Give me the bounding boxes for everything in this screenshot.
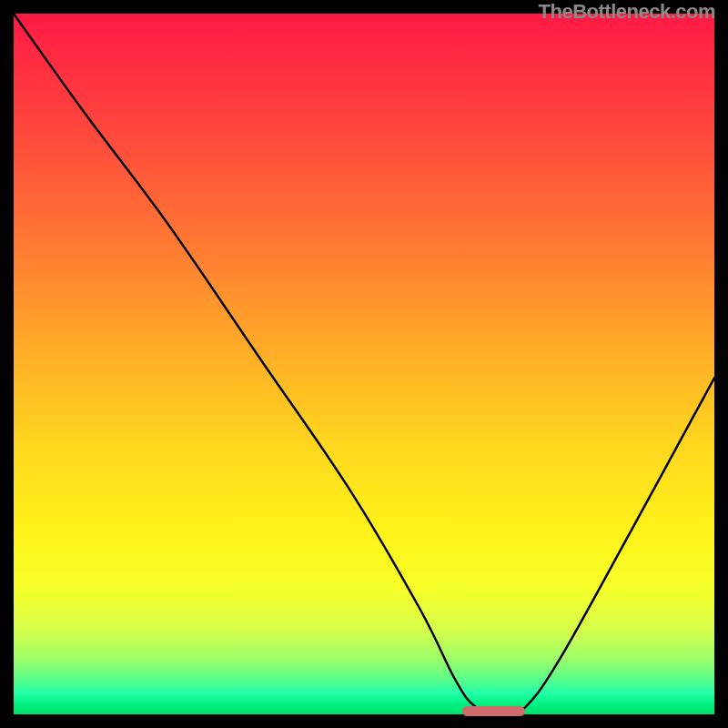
bottleneck-chart: TheBottleneck.com [0, 0, 728, 728]
curve-layer [14, 14, 714, 714]
bottleneck-curve-path [14, 14, 714, 714]
watermark-text: TheBottleneck.com [539, 0, 715, 24]
optimal-range-marker [462, 706, 525, 716]
